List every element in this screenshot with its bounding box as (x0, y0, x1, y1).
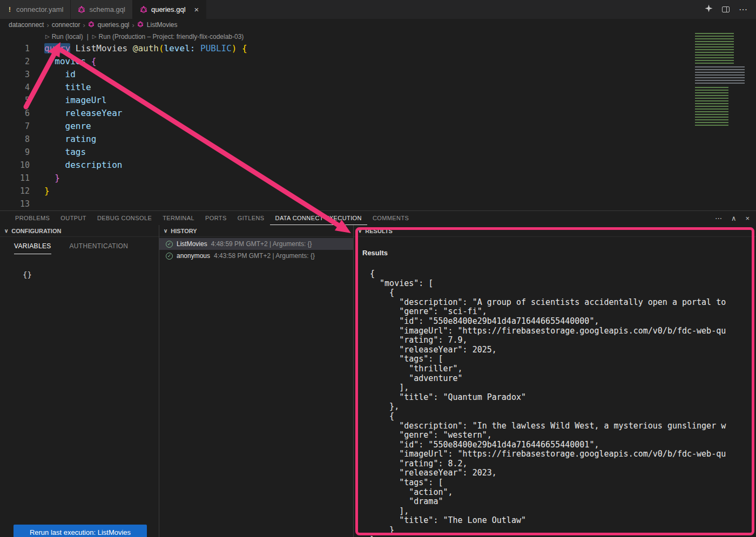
graphql-file-icon (88, 21, 96, 29)
configuration-header[interactable]: ∨ CONFIGURATION (0, 225, 159, 237)
results-json-line: "imageUrl": "https://firebasestorage.goo… (370, 450, 756, 459)
results-json-line: "releaseYear": 2025, (370, 345, 756, 355)
code-token: ListMovies (76, 43, 127, 53)
code-token: rating (65, 134, 97, 144)
breadcrumb-item-queries-gql[interactable]: queries.gql (88, 21, 130, 29)
results-json-line: "tags": [ (370, 478, 756, 488)
code-text: id (30, 68, 76, 81)
panel-tab-comments[interactable]: COMMENTS (367, 211, 414, 225)
codelens-label: Run (Production – Project: friendly-flix… (99, 33, 244, 40)
success-check-icon: ✓ (166, 253, 173, 260)
line-number: 9 (0, 146, 30, 159)
history-section: ∨ HISTORY ✓ListMovies4:48:59 PM GMT+2 | … (159, 225, 354, 537)
code-line[interactable]: 11 } (0, 172, 756, 185)
breadcrumb-item-connector[interactable]: connector (52, 21, 80, 29)
panel-tab-terminal[interactable]: TERMINAL (157, 211, 200, 225)
panel-tab-ports[interactable]: PORTS (200, 211, 232, 225)
panel-actions: ⋯ ∧ × (715, 211, 750, 225)
graphql-file-icon (140, 6, 147, 13)
code-token (44, 121, 65, 131)
rerun-last-execution-button[interactable]: Rerun last execution: ListMovies (14, 525, 147, 537)
results-header[interactable]: ∨ RESULTS (354, 225, 756, 237)
breadcrumb-separator: › (83, 21, 85, 29)
panel-tab-gitlens[interactable]: GITLENS (232, 211, 270, 225)
breadcrumb-item-dataconnect[interactable]: dataconnect (9, 21, 44, 29)
results-json-line: "movies": [ (370, 279, 756, 289)
tab-variables[interactable]: VARIABLES (14, 242, 51, 254)
line-number: 4 (0, 81, 30, 94)
panel-tab-debug-console[interactable]: DEBUG CONSOLE (92, 211, 157, 225)
code-line[interactable]: 5 imageUrl (0, 94, 756, 107)
tab-connector-yaml[interactable]: ! connector.yaml (0, 0, 71, 19)
results-json-output[interactable]: { "movies": [ { "description": "A group … (370, 269, 756, 537)
tab-schema-gql[interactable]: schema.gql (71, 0, 132, 19)
results-json-line: ], (370, 383, 756, 393)
codelens-run-local[interactable]: ▷ Run (local) (45, 33, 83, 40)
code-token (237, 43, 242, 53)
variables-value[interactable]: {} (23, 270, 32, 279)
tab-label: connector.yaml (16, 5, 63, 13)
panel-tab-problems[interactable]: PROBLEMS (10, 211, 55, 225)
code-token (44, 108, 65, 118)
results-json-line: { (370, 412, 756, 422)
breadcrumb-separator: › (46, 21, 49, 29)
code-editor[interactable]: ▷ Run (local) | ▷ Run (Production – Proj… (0, 31, 756, 210)
history-header[interactable]: ∨ HISTORY (159, 225, 353, 237)
code-token (127, 43, 133, 53)
results-json-line: "imageUrl": "https://firebasestorage.goo… (370, 327, 756, 336)
data-connect-execution-view: ∨ CONFIGURATION VARIABLES AUTHENTICATION… (0, 225, 756, 537)
line-number: 7 (0, 120, 30, 133)
code-line[interactable]: 9 tags (0, 146, 756, 159)
panel-maximize-icon[interactable]: ∧ (731, 214, 737, 222)
code-token: releaseYear (65, 108, 123, 118)
line-number: 6 (0, 107, 30, 120)
code-line[interactable]: 3 id (0, 68, 756, 81)
results-json-line: "rating": 7.9, (370, 336, 756, 345)
code-line[interactable]: 6 releaseYear (0, 107, 756, 120)
code-text: title (30, 81, 91, 94)
code-line[interactable]: 1query ListMovies @auth(level: PUBLIC) { (0, 42, 756, 55)
code-line[interactable]: 7 genre (0, 120, 756, 133)
play-icon: ▷ (45, 33, 50, 39)
code-token (44, 56, 55, 66)
tab-authentication[interactable]: AUTHENTICATION (70, 242, 129, 254)
success-check-icon: ✓ (166, 241, 173, 248)
minimap[interactable] (693, 31, 756, 129)
close-tab-icon[interactable]: × (194, 5, 199, 13)
code-token: description (65, 160, 123, 170)
line-number: 11 (0, 172, 30, 185)
tab-label: queries.gql (151, 5, 186, 13)
minimap-code-block (695, 87, 728, 127)
code-line[interactable]: 2 movies { (0, 55, 756, 68)
panel-tab-output[interactable]: OUTPUT (55, 211, 92, 225)
results-json-line: } (370, 535, 756, 537)
history-entry[interactable]: ✓ListMovies4:48:59 PM GMT+2 | Arguments:… (159, 238, 353, 250)
panel-more-actions-icon[interactable]: ⋯ (715, 214, 722, 222)
codelens-row: ▷ Run (local) | ▷ Run (Production – Proj… (0, 31, 756, 42)
line-number: 8 (0, 133, 30, 146)
code-line[interactable]: 13 (0, 198, 756, 210)
results-json-line: "action", (370, 488, 756, 498)
codelens-run-production[interactable]: ▷ Run (Production – Project: friendly-fl… (92, 33, 244, 40)
tab-queries-gql[interactable]: queries.gql × (133, 0, 206, 19)
results-json-line: "drama" (370, 497, 756, 507)
panel-close-icon[interactable]: × (745, 214, 750, 222)
split-editor-icon[interactable] (722, 6, 730, 12)
code-line[interactable]: 12} (0, 185, 756, 198)
code-token (44, 147, 65, 157)
copilot-sparkle-icon[interactable] (705, 4, 713, 15)
history-entry[interactable]: ✓anonymous4:43:58 PM GMT+2 | Arguments: … (159, 250, 353, 262)
code-token (44, 160, 65, 170)
code-text: movies { (30, 55, 96, 68)
breadcrumb-item-listmovies[interactable]: ListMovies (137, 21, 178, 29)
code-text: genre (30, 120, 91, 133)
code-line[interactable]: 4 title (0, 81, 756, 94)
more-actions-icon[interactable]: ⋯ (739, 4, 747, 15)
code-token: id (65, 69, 76, 79)
panel-tab-data-connect-execution[interactable]: DATA CONNECT EXECUTION (270, 211, 367, 225)
code-token: PUBLIC (200, 43, 232, 53)
breadcrumb: dataconnect › connector › queries.gql › … (0, 19, 756, 31)
code-line[interactable]: 10 description (0, 159, 756, 172)
results-json-line: "genre": "sci-fi", (370, 307, 756, 317)
code-line[interactable]: 8 rating (0, 133, 756, 146)
